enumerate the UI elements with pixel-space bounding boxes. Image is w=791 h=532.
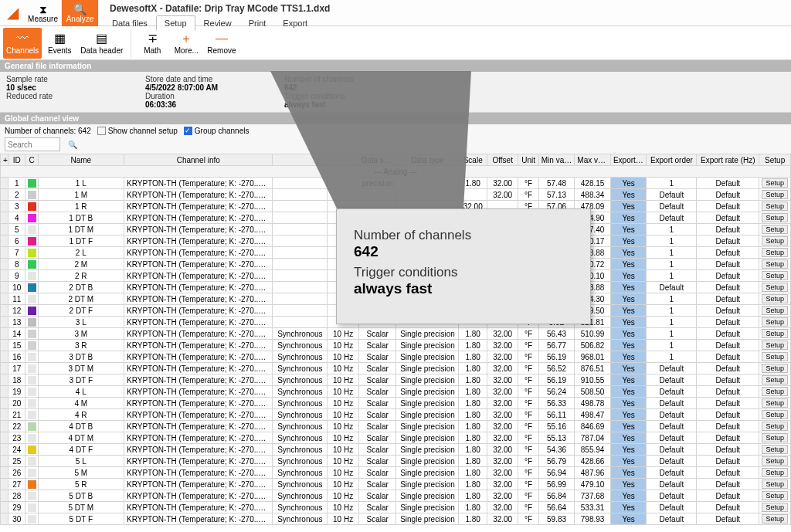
col-offset[interactable]: Offset: [487, 154, 518, 166]
tab-export[interactable]: Export: [274, 15, 316, 31]
storedate-value: 4/5/2022 8:07:00 AM: [145, 83, 284, 92]
col-exported[interactable]: Exported: [610, 154, 647, 166]
col-c[interactable]: C: [25, 154, 38, 166]
setup-button[interactable]: Setup: [762, 259, 788, 269]
table-row[interactable]: 214 RKRYPTON-TH (Temperature; K: -270..1…: [1, 409, 791, 421]
setup-button[interactable]: Setup: [762, 202, 788, 211]
events-tool[interactable]: ▦ Events: [43, 28, 76, 59]
setup-button[interactable]: Setup: [762, 433, 788, 442]
setup-button[interactable]: Setup: [762, 213, 788, 222]
setup-button[interactable]: Setup: [762, 410, 788, 419]
numchannels-value: 642: [284, 83, 423, 92]
measure-button[interactable]: ⧗ Measure: [25, 0, 62, 26]
channels-tool[interactable]: 〰 Channels: [3, 28, 42, 59]
duration-label: Duration: [145, 92, 284, 100]
menu-bar: ◢ ⧗ Measure 🔍 Analyze DewesoftX - Datafi…: [0, 0, 791, 26]
setup-button[interactable]: Setup: [762, 375, 788, 385]
table-row[interactable]: 295 DT MKRYPTON-TH (Temperature; K: -270…: [1, 502, 791, 513]
calendar-icon: ▦: [54, 32, 66, 45]
table-row[interactable]: 183 DT FKRYPTON-TH (Temperature; K: -270…: [1, 374, 791, 386]
table-row[interactable]: 305 DT FKRYPTON-TH (Temperature; K: -270…: [1, 513, 791, 525]
col-data-structure[interactable]: Data structure: [358, 154, 396, 166]
table-row[interactable]: 153 RKRYPTON-TH (Temperature; K: -270..1…: [1, 340, 791, 351]
analyze-label: Analyze: [66, 15, 94, 23]
table-row[interactable]: 194 LKRYPTON-TH (Temperature; K: -270..1…: [1, 386, 791, 398]
col-scale[interactable]: Scale: [459, 154, 487, 166]
setup-button[interactable]: Setup: [762, 178, 788, 188]
setup-button[interactable]: Setup: [762, 271, 788, 280]
setup-button[interactable]: Setup: [762, 306, 788, 315]
setup-button[interactable]: Setup: [762, 352, 788, 361]
col-blank[interactable]: [328, 154, 359, 166]
table-row[interactable]: 275 RKRYPTON-TH (Temperature; K: -270..1…: [1, 479, 791, 490]
col-export-rate-hz-[interactable]: Export rate (Hz): [697, 154, 759, 166]
show-setup-checkbox[interactable]: Show channel setup: [97, 127, 178, 135]
table-row[interactable]: 143 MKRYPTON-TH (Temperature; K: -270..1…: [1, 328, 791, 340]
group-channels-checkbox[interactable]: ✓ Group channels: [184, 127, 250, 135]
col-min-value[interactable]: Min value: [538, 154, 575, 166]
setup-button[interactable]: Setup: [762, 225, 788, 234]
table-row[interactable]: 234 DT MKRYPTON-TH (Temperature; K: -270…: [1, 432, 791, 444]
setup-button[interactable]: Setup: [762, 294, 788, 303]
setup-button[interactable]: Setup: [762, 236, 788, 246]
setup-button[interactable]: Setup: [762, 514, 788, 524]
table-row[interactable]: 285 DT BKRYPTON-TH (Temperature; K: -270…: [1, 490, 791, 502]
col-channel-info[interactable]: Channel info: [124, 154, 273, 166]
table-row[interactable]: 204 MKRYPTON-TH (Temperature; K: -270..1…: [1, 398, 791, 409]
remove-label: Remove: [207, 46, 236, 55]
setup-button[interactable]: Setup: [762, 317, 788, 327]
dataheader-tool[interactable]: ▤ Data header: [77, 28, 126, 59]
setup-button[interactable]: Setup: [762, 364, 788, 373]
search-icon[interactable]: 🔍: [66, 141, 79, 149]
col-id[interactable]: ID: [8, 154, 25, 166]
setup-button[interactable]: Setup: [762, 468, 788, 477]
wave-icon: 〰: [16, 32, 29, 45]
setup-button[interactable]: Setup: [762, 387, 788, 396]
table-row[interactable]: 21 MKRYPTON-TH (Temperature; K: -270..13…: [1, 189, 791, 201]
checkbox-checked-icon: ✓: [184, 127, 192, 135]
col-data-type[interactable]: Data type: [396, 154, 459, 166]
remove-tool[interactable]: — Remove: [204, 28, 239, 59]
setup-button[interactable]: Setup: [762, 283, 788, 292]
tab-print[interactable]: Print: [240, 15, 275, 31]
more-label: More...: [175, 46, 199, 55]
table-row[interactable]: 224 DT BKRYPTON-TH (Temperature; K: -270…: [1, 421, 791, 432]
col-blank[interactable]: [273, 154, 328, 166]
col-setup[interactable]: Setup: [759, 154, 791, 166]
setup-button[interactable]: Setup: [762, 456, 788, 466]
setup-button[interactable]: Setup: [762, 503, 788, 512]
setup-button[interactable]: Setup: [762, 422, 788, 431]
col-unit[interactable]: Unit: [518, 154, 538, 166]
search-icon: 🔍: [73, 4, 87, 15]
setup-button[interactable]: Setup: [762, 248, 788, 257]
col-max-va-[interactable]: Max va...: [575, 154, 611, 166]
col-name[interactable]: Name: [38, 154, 124, 166]
storedate-label: Store date and time: [145, 75, 284, 83]
col--[interactable]: +: [1, 154, 8, 166]
table-row[interactable]: 244 DT FKRYPTON-TH (Temperature; K: -270…: [1, 444, 791, 456]
table-row[interactable]: 265 MKRYPTON-TH (Temperature; K: -270..1…: [1, 467, 791, 479]
group-channels-label: Group channels: [195, 127, 250, 135]
plus-icon: ＋: [180, 32, 192, 45]
callout-trigger-value: always fast: [354, 280, 573, 297]
math-icon: ∓: [148, 32, 158, 45]
reducedrate-label: Reduced rate: [6, 92, 145, 100]
setup-button[interactable]: Setup: [762, 398, 788, 408]
table-row[interactable]: 163 DT BKRYPTON-TH (Temperature; K: -270…: [1, 351, 791, 363]
group-row-analog[interactable]: --- Analog ---: [1, 166, 791, 178]
search-input[interactable]: [5, 137, 60, 151]
setup-button[interactable]: Setup: [762, 329, 788, 338]
setup-button[interactable]: Setup: [762, 341, 788, 350]
table-row[interactable]: 173 DT MKRYPTON-TH (Temperature; K: -270…: [1, 363, 791, 374]
more-tool[interactable]: ＋ More...: [170, 28, 202, 59]
setup-button[interactable]: Setup: [762, 479, 788, 489]
math-tool[interactable]: ∓ Math: [136, 28, 168, 59]
col-export-order[interactable]: Export order: [647, 154, 697, 166]
setup-button[interactable]: Setup: [762, 491, 788, 500]
analyze-button[interactable]: 🔍 Analyze: [62, 0, 99, 26]
table-row[interactable]: 255 LKRYPTON-TH (Temperature; K: -270..1…: [1, 456, 791, 467]
callout-trigger-label: Trigger conditions: [354, 265, 573, 280]
table-row[interactable]: 11 LKRYPTON-TH (Temperature; K: -270..13…: [1, 178, 791, 189]
setup-button[interactable]: Setup: [762, 190, 788, 199]
setup-button[interactable]: Setup: [762, 445, 788, 454]
